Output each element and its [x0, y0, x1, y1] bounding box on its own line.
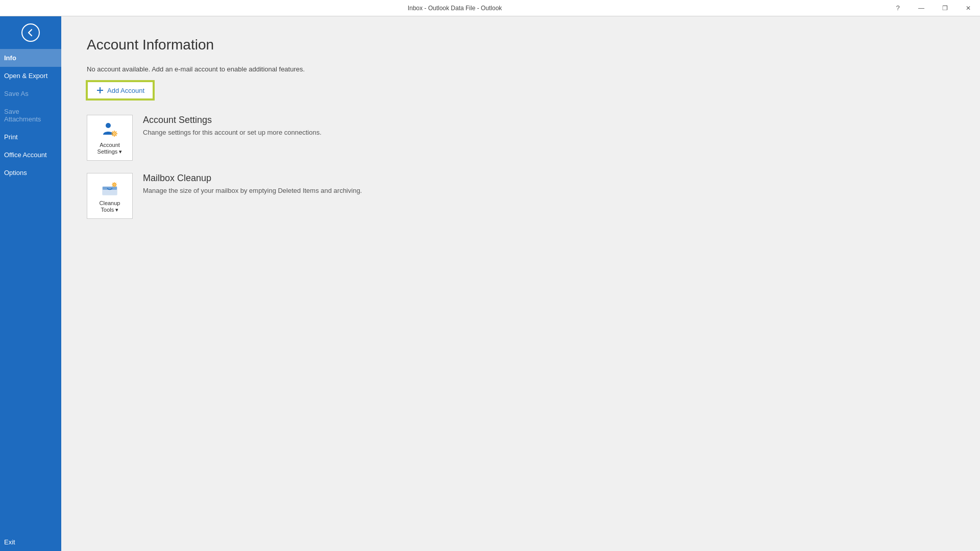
account-settings-button[interactable]: AccountSettings ▾: [87, 115, 133, 161]
account-settings-info: Account Settings Change settings for thi…: [143, 115, 322, 136]
page-title: Account Information: [87, 37, 954, 53]
add-account-button[interactable]: Add Account: [87, 81, 154, 99]
window-title: Inbox - Outlook Data File - Outlook: [23, 5, 886, 12]
back-button[interactable]: [0, 16, 61, 49]
close-button[interactable]: ✕: [957, 0, 980, 16]
account-settings-section: AccountSettings ▾ Account Settings Chang…: [87, 115, 954, 161]
account-settings-title: Account Settings: [143, 115, 322, 126]
window-controls: ? — ❐ ✕: [886, 0, 980, 16]
account-settings-card-label: AccountSettings ▾: [97, 142, 122, 155]
sidebar-spacer: [0, 182, 61, 533]
back-circle-icon: [21, 23, 40, 42]
sidebar-item-options[interactable]: Options: [0, 164, 61, 182]
title-bar: Inbox - Outlook Data File - Outlook ? — …: [0, 0, 980, 16]
main-content: Account Information No account available…: [61, 16, 980, 551]
sidebar-item-exit[interactable]: Exit: [0, 533, 61, 551]
sidebar-item-save-as: Save As: [0, 85, 61, 103]
sidebar-item-print[interactable]: Print: [0, 128, 61, 146]
mailbox-cleanup-section: CleanupTools ▾ Mailbox Cleanup Manage th…: [87, 173, 954, 219]
svg-point-5: [114, 133, 115, 134]
sidebar-item-office-account[interactable]: Office Account: [0, 146, 61, 164]
sidebar-item-open-export[interactable]: Open & Export: [0, 67, 61, 85]
account-settings-desc: Change settings for this account or set …: [143, 129, 322, 136]
svg-line-11: [116, 135, 116, 136]
minimize-button[interactable]: —: [910, 0, 933, 16]
sidebar-item-info[interactable]: Info: [0, 49, 61, 67]
svg-line-10: [112, 132, 113, 132]
svg-point-18: [114, 184, 115, 185]
mailbox-cleanup-info: Mailbox Cleanup Manage the size of your …: [143, 173, 362, 194]
sidebar: Info Open & Export Save As Save Attachme…: [0, 16, 61, 551]
account-settings-icon: [101, 120, 119, 139]
svg-point-2: [106, 123, 111, 128]
restore-button[interactable]: ❐: [933, 0, 957, 16]
add-account-label: Add Account: [107, 87, 144, 94]
svg-line-12: [112, 135, 113, 136]
svg-rect-1: [97, 90, 103, 91]
cleanup-tools-icon: [101, 179, 119, 197]
app-body: Info Open & Export Save As Save Attachme…: [0, 16, 980, 551]
plus-icon: [96, 86, 104, 94]
mailbox-cleanup-desc: Manage the size of your mailbox by empty…: [143, 187, 362, 194]
svg-line-13: [116, 132, 116, 132]
cleanup-tools-button[interactable]: CleanupTools ▾: [87, 173, 133, 219]
help-button[interactable]: ?: [886, 0, 910, 16]
mailbox-cleanup-title: Mailbox Cleanup: [143, 173, 362, 184]
sidebar-item-save-attachments: Save Attachments: [0, 103, 61, 128]
no-account-message: No account available. Add an e-mail acco…: [87, 65, 954, 73]
cleanup-tools-card-label: CleanupTools ▾: [100, 200, 120, 213]
